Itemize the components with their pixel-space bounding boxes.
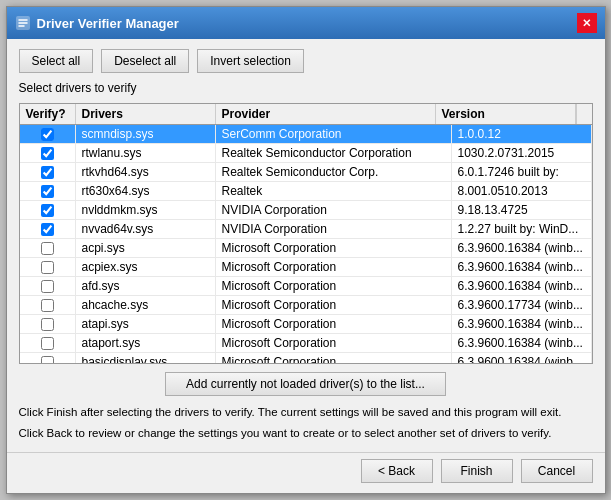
- close-button[interactable]: ✕: [577, 13, 597, 33]
- verify-cell[interactable]: [20, 315, 76, 333]
- version-cell: 6.0.1.7246 built by:: [452, 163, 592, 181]
- table-row[interactable]: scmndisp.sysSerComm Corporation1.0.0.12: [20, 125, 592, 144]
- provider-cell: Microsoft Corporation: [216, 296, 452, 314]
- verify-checkbox[interactable]: [41, 299, 54, 312]
- verify-cell[interactable]: [20, 258, 76, 276]
- bottom-button-row: < Back Finish Cancel: [7, 452, 605, 493]
- version-cell: 1.2.27 built by: WinD...: [452, 220, 592, 238]
- invert-selection-button[interactable]: Invert selection: [197, 49, 304, 73]
- provider-cell: SerComm Corporation: [216, 125, 452, 143]
- verify-checkbox[interactable]: [41, 356, 54, 363]
- scrollbar-header-spacer: [576, 104, 592, 124]
- finish-button[interactable]: Finish: [441, 459, 513, 483]
- version-cell: 6.3.9600.16384 (winb...: [452, 315, 592, 333]
- table-row[interactable]: nvvad64v.sysNVIDIA Corporation1.2.27 bui…: [20, 220, 592, 239]
- cancel-button[interactable]: Cancel: [521, 459, 593, 483]
- verify-checkbox[interactable]: [41, 166, 54, 179]
- table-row[interactable]: nvlddmkm.sysNVIDIA Corporation9.18.13.47…: [20, 201, 592, 220]
- verify-checkbox[interactable]: [41, 223, 54, 236]
- provider-cell: Microsoft Corporation: [216, 334, 452, 352]
- provider-cell: Microsoft Corporation: [216, 277, 452, 295]
- add-drivers-button[interactable]: Add currently not loaded driver(s) to th…: [165, 372, 446, 396]
- provider-cell: Microsoft Corporation: [216, 315, 452, 333]
- provider-cell: Microsoft Corporation: [216, 258, 452, 276]
- title-bar: Driver Verifier Manager ✕: [7, 7, 605, 39]
- table-row[interactable]: ahcache.sysMicrosoft Corporation6.3.9600…: [20, 296, 592, 315]
- verify-checkbox[interactable]: [41, 280, 54, 293]
- table-header: Verify? Drivers Provider Version: [20, 104, 592, 125]
- main-content: Select all Deselect all Invert selection…: [7, 39, 605, 452]
- window-icon: [15, 15, 31, 31]
- title-bar-left: Driver Verifier Manager: [15, 15, 179, 31]
- driver-name-cell: scmndisp.sys: [76, 125, 216, 143]
- info-text-block: Click Finish after selecting the drivers…: [19, 404, 593, 443]
- version-cell: 1030.2.0731.2015: [452, 144, 592, 162]
- provider-cell: Realtek Semiconductor Corp.: [216, 163, 452, 181]
- driver-name-cell: afd.sys: [76, 277, 216, 295]
- header-verify: Verify?: [20, 104, 76, 124]
- version-cell: 6.3.9600.17734 (winb...: [452, 296, 592, 314]
- table-row[interactable]: basicdisplay.sysMicrosoft Corporation6.3…: [20, 353, 592, 363]
- verify-cell[interactable]: [20, 125, 76, 143]
- driver-name-cell: nvvad64v.sys: [76, 220, 216, 238]
- table-row[interactable]: acpiex.sysMicrosoft Corporation6.3.9600.…: [20, 258, 592, 277]
- provider-cell: Realtek: [216, 182, 452, 200]
- verify-cell[interactable]: [20, 353, 76, 363]
- add-button-row: Add currently not loaded driver(s) to th…: [19, 372, 593, 396]
- select-all-button[interactable]: Select all: [19, 49, 94, 73]
- verify-cell[interactable]: [20, 277, 76, 295]
- main-window: Driver Verifier Manager ✕ Select all Des…: [6, 6, 606, 494]
- driver-name-cell: basicdisplay.sys: [76, 353, 216, 363]
- table-row[interactable]: ataport.sysMicrosoft Corporation6.3.9600…: [20, 334, 592, 353]
- provider-cell: NVIDIA Corporation: [216, 201, 452, 219]
- table-row[interactable]: acpi.sysMicrosoft Corporation6.3.9600.16…: [20, 239, 592, 258]
- verify-checkbox[interactable]: [41, 147, 54, 160]
- verify-checkbox[interactable]: [41, 185, 54, 198]
- info-line-2: Click Back to review or change the setti…: [19, 425, 593, 442]
- section-label: Select drivers to verify: [19, 81, 593, 95]
- version-cell: 6.3.9600.16384 (winb...: [452, 239, 592, 257]
- driver-name-cell: rtkvhd64.sys: [76, 163, 216, 181]
- table-row[interactable]: rtkvhd64.sysRealtek Semiconductor Corp.6…: [20, 163, 592, 182]
- verify-cell[interactable]: [20, 239, 76, 257]
- version-cell: 1.0.0.12: [452, 125, 592, 143]
- verify-checkbox[interactable]: [41, 128, 54, 141]
- driver-name-cell: ataport.sys: [76, 334, 216, 352]
- verify-checkbox[interactable]: [41, 261, 54, 274]
- verify-cell[interactable]: [20, 182, 76, 200]
- header-provider: Provider: [216, 104, 436, 124]
- window-title: Driver Verifier Manager: [37, 16, 179, 31]
- verify-cell[interactable]: [20, 144, 76, 162]
- version-cell: 8.001.0510.2013: [452, 182, 592, 200]
- table-row[interactable]: rtwlanu.sysRealtek Semiconductor Corpora…: [20, 144, 592, 163]
- driver-name-cell: ahcache.sys: [76, 296, 216, 314]
- verify-checkbox[interactable]: [41, 337, 54, 350]
- verify-checkbox[interactable]: [41, 204, 54, 217]
- driver-name-cell: nvlddmkm.sys: [76, 201, 216, 219]
- verify-cell[interactable]: [20, 220, 76, 238]
- driver-name-cell: acpi.sys: [76, 239, 216, 257]
- header-drivers: Drivers: [76, 104, 216, 124]
- driver-name-cell: rtwlanu.sys: [76, 144, 216, 162]
- table-row[interactable]: afd.sysMicrosoft Corporation6.3.9600.163…: [20, 277, 592, 296]
- version-cell: 6.3.9600.16384 (winb...: [452, 277, 592, 295]
- info-line-1: Click Finish after selecting the drivers…: [19, 404, 593, 421]
- table-body[interactable]: scmndisp.sysSerComm Corporation1.0.0.12r…: [20, 125, 592, 363]
- driver-name-cell: atapi.sys: [76, 315, 216, 333]
- provider-cell: Microsoft Corporation: [216, 353, 452, 363]
- back-button[interactable]: < Back: [361, 459, 433, 483]
- driver-name-cell: rt630x64.sys: [76, 182, 216, 200]
- version-cell: 6.3.9600.16384 (winb...: [452, 258, 592, 276]
- deselect-all-button[interactable]: Deselect all: [101, 49, 189, 73]
- verify-checkbox[interactable]: [41, 242, 54, 255]
- verify-cell[interactable]: [20, 334, 76, 352]
- table-row[interactable]: rt630x64.sysRealtek8.001.0510.2013: [20, 182, 592, 201]
- version-cell: 6.3.9600.16384 (winb...: [452, 353, 592, 363]
- verify-checkbox[interactable]: [41, 318, 54, 331]
- table-row[interactable]: atapi.sysMicrosoft Corporation6.3.9600.1…: [20, 315, 592, 334]
- header-version: Version: [436, 104, 576, 124]
- verify-cell[interactable]: [20, 163, 76, 181]
- verify-cell[interactable]: [20, 201, 76, 219]
- driver-table: Verify? Drivers Provider Version scmndis…: [19, 103, 593, 364]
- verify-cell[interactable]: [20, 296, 76, 314]
